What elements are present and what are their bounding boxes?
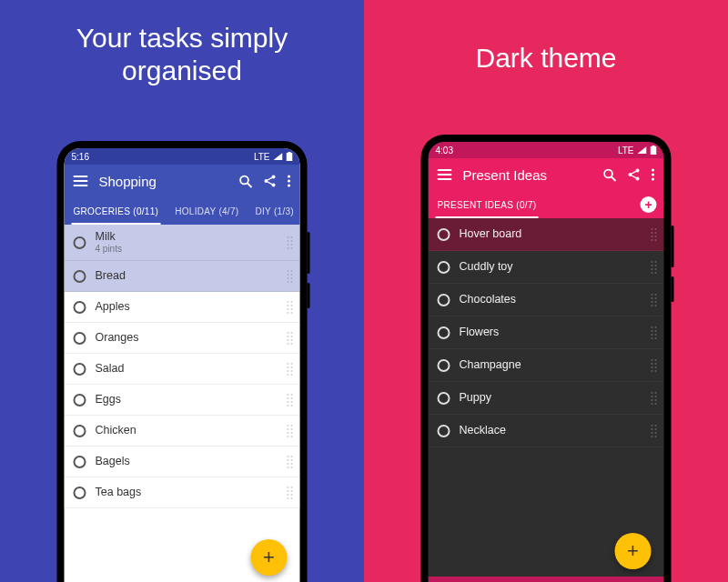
- checkbox-circle[interactable]: [438, 392, 450, 405]
- status-time: 5:16: [72, 152, 89, 162]
- svg-rect-3: [74, 180, 88, 182]
- checkbox-circle[interactable]: [438, 326, 450, 339]
- task-row[interactable]: Salad: [65, 354, 300, 385]
- drag-handle-icon[interactable]: [284, 332, 293, 345]
- tab-diy[interactable]: DIY (1/3): [253, 197, 296, 225]
- task-row[interactable]: Tea bags: [65, 477, 300, 508]
- task-list[interactable]: Milk4 pintsBreadApplesOrangesSaladEggsCh…: [65, 225, 300, 582]
- task-label: Bagels: [96, 456, 275, 468]
- drag-handle-icon[interactable]: [284, 363, 293, 376]
- task-row[interactable]: Bread: [65, 261, 300, 292]
- task-label: Chocolates: [460, 294, 639, 306]
- checkbox-circle[interactable]: [438, 228, 450, 241]
- task-label: Bread: [96, 270, 275, 283]
- drag-handle-icon[interactable]: [284, 301, 293, 314]
- task-row[interactable]: Bagels: [65, 447, 300, 477]
- task-row[interactable]: Milk4 pints: [65, 225, 300, 261]
- svg-rect-4: [74, 185, 88, 186]
- task-row[interactable]: Oranges: [65, 323, 300, 354]
- task-row[interactable]: Eggs: [65, 385, 300, 416]
- drag-handle-icon[interactable]: [648, 228, 657, 241]
- task-texts: Cuddly toy: [460, 261, 639, 274]
- checkbox-circle[interactable]: [74, 301, 86, 314]
- task-row[interactable]: Chicken: [65, 416, 300, 447]
- drag-handle-icon[interactable]: [648, 359, 657, 372]
- task-row[interactable]: Necklace: [429, 415, 664, 447]
- status-time: 4:03: [436, 146, 453, 156]
- plus-icon: +: [644, 197, 652, 212]
- share-icon[interactable]: [264, 175, 277, 187]
- task-row[interactable]: Hover board: [429, 218, 664, 251]
- checkbox-circle[interactable]: [74, 270, 86, 283]
- drag-handle-icon[interactable]: [648, 392, 657, 405]
- drag-handle-icon[interactable]: [648, 425, 657, 437]
- task-row[interactable]: Cuddly toy: [429, 251, 664, 284]
- share-icon[interactable]: [628, 168, 641, 181]
- checkbox-circle[interactable]: [74, 236, 86, 249]
- checkbox-circle[interactable]: [438, 359, 450, 372]
- checkbox-circle[interactable]: [74, 363, 86, 376]
- task-row[interactable]: Chocolates: [429, 284, 664, 316]
- checkbox-circle[interactable]: [74, 456, 86, 468]
- drag-handle-icon[interactable]: [284, 487, 293, 499]
- svg-line-11: [268, 182, 272, 185]
- task-label: Hover board: [460, 228, 639, 241]
- signal-icon: [274, 153, 283, 160]
- task-row[interactable]: Puppy: [429, 382, 664, 415]
- checkbox-circle[interactable]: [74, 487, 86, 499]
- drag-handle-icon[interactable]: [284, 394, 293, 406]
- tab-strip: PRESENT IDEAS (0/7) +: [429, 191, 664, 218]
- status-right: LTE: [254, 152, 293, 162]
- task-texts: Puppy: [460, 392, 639, 405]
- checkbox-circle[interactable]: [74, 425, 86, 437]
- headline-right-text: Dark theme: [475, 43, 616, 73]
- task-texts: Salad: [96, 363, 275, 376]
- tab-label: GROCERIES (0/11): [74, 206, 159, 216]
- search-icon[interactable]: [603, 168, 617, 182]
- task-row[interactable]: Flowers: [429, 316, 664, 349]
- pane-light: Your tasks simply organised 5:16 LTE Sho…: [0, 0, 364, 582]
- checkbox-circle[interactable]: [438, 294, 450, 306]
- drag-handle-icon[interactable]: [284, 456, 293, 468]
- checkbox-circle[interactable]: [74, 394, 86, 406]
- tab-holiday[interactable]: HOLIDAY (4/7): [173, 197, 240, 225]
- checkbox-circle[interactable]: [438, 261, 450, 274]
- task-label: Eggs: [96, 394, 275, 406]
- svg-rect-19: [438, 178, 452, 180]
- svg-line-10: [268, 177, 272, 180]
- checkbox-circle[interactable]: [438, 425, 450, 437]
- tab-groceries[interactable]: GROCERIES (0/11): [72, 197, 161, 225]
- drag-handle-icon[interactable]: [648, 326, 657, 339]
- svg-rect-0: [287, 153, 293, 161]
- task-label: Chicken: [96, 425, 275, 437]
- drag-handle-icon[interactable]: [284, 270, 293, 283]
- screen-right: 4:03 LTE Present Ideas PRESENT IDEAS (: [429, 142, 664, 582]
- drag-handle-icon[interactable]: [648, 261, 657, 274]
- tab-present-ideas[interactable]: PRESENT IDEAS (0/7): [436, 191, 539, 218]
- task-row[interactable]: Apples: [65, 292, 300, 323]
- svg-point-13: [288, 179, 290, 182]
- svg-point-12: [288, 175, 290, 177]
- menu-icon[interactable]: [438, 169, 452, 180]
- more-icon[interactable]: [288, 175, 291, 187]
- app-bar: Present Ideas: [429, 158, 664, 191]
- search-icon[interactable]: [239, 175, 253, 188]
- task-label: Apples: [96, 301, 275, 314]
- more-icon[interactable]: [652, 168, 655, 181]
- drag-handle-icon[interactable]: [284, 236, 293, 249]
- svg-line-6: [248, 183, 252, 187]
- task-row[interactable]: Champagne: [429, 349, 664, 382]
- menu-icon[interactable]: [74, 176, 88, 186]
- headline-left-line2: organised: [122, 55, 242, 85]
- task-texts: Flowers: [460, 326, 639, 339]
- drag-handle-icon[interactable]: [284, 425, 293, 437]
- phone-frame-right: 4:03 LTE Present Ideas PRESENT IDEAS (: [421, 135, 672, 582]
- fab-add-task[interactable]: +: [615, 533, 652, 569]
- app-bar: Shopping: [65, 165, 300, 197]
- drag-handle-icon[interactable]: [648, 294, 657, 306]
- task-list[interactable]: Hover boardCuddly toyChocolatesFlowersCh…: [429, 218, 664, 582]
- svg-rect-2: [74, 176, 88, 177]
- fab-add-task[interactable]: +: [251, 539, 288, 576]
- checkbox-circle[interactable]: [74, 332, 86, 345]
- add-list-button[interactable]: +: [641, 196, 657, 213]
